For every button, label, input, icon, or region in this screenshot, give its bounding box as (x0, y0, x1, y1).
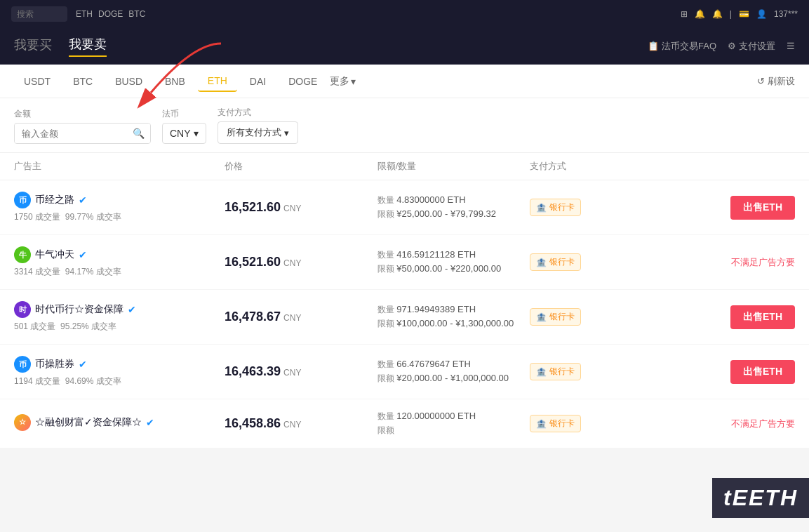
faq-icon: 📋 (648, 41, 659, 51)
menu-icon[interactable]: ☰ (787, 41, 795, 51)
tab-busd[interactable]: BUSD (105, 72, 152, 91)
header-limit: 限额/数量 (377, 160, 530, 173)
advertiser-cell: 牛 牛气冲天 ✔ 3314 成交量 94.17% 成交率 (14, 246, 225, 278)
bank-icon: 🏦 (536, 419, 547, 429)
not-meet-text: 不满足广告方要 (731, 256, 795, 269)
amount-input[interactable] (15, 124, 127, 143)
avatar: 币 (14, 192, 31, 208)
advertiser-name: 币 币经之路 ✔ (14, 192, 225, 208)
price-cell: 16,521.60CNY (225, 200, 377, 215)
advertiser-cell: ☆ ☆融创财富✓资金保障☆ ✔ (14, 414, 225, 434)
verified-icon: ✔ (79, 194, 87, 206)
advertiser-text: 币操胜券 (35, 358, 74, 371)
grid-icon[interactable]: ⊞ (681, 9, 688, 19)
trade-tabs: 我要买 我要卖 📋 法币交易FAQ ⚙ 支付设置 ☰ (0, 28, 809, 65)
top-nav-right: ⊞ 🔔 🔔 | 💳 👤 137*** (681, 9, 798, 19)
user-icon[interactable]: 👤 (756, 9, 767, 19)
payment-chevron-icon: ▾ (284, 128, 289, 138)
tab-eth[interactable]: ETH (198, 71, 237, 92)
nav-coin-doge[interactable]: DOGE (98, 9, 123, 19)
amount-input-wrap: 🔍 (14, 123, 151, 144)
sell-button[interactable]: 出售ETH (730, 196, 795, 220)
avatar: 时 (14, 301, 31, 318)
price-cell: 16,521.60CNY (225, 255, 377, 270)
currency-label: 法币 (162, 108, 206, 120)
advertiser-text: 时代币行☆资金保障 (35, 303, 123, 316)
sell-button[interactable]: 出售ETH (730, 360, 795, 384)
payment-badge: 🏦 银行卡 (530, 415, 581, 432)
header-action (683, 160, 795, 173)
action-cell: 不满足广告方要 (683, 418, 795, 430)
wallet-icon[interactable]: 💳 (739, 9, 749, 19)
price-cell: 16,478.67CNY (225, 310, 377, 324)
verified-icon: ✔ (79, 249, 87, 260)
limit-cell: 数量 66.47679647 ETH 限额 ¥20,000.00 - ¥1,00… (377, 359, 530, 385)
trade-tab-right: 📋 法币交易FAQ ⚙ 支付设置 ☰ (648, 40, 795, 53)
advertiser-cell: 币 币经之路 ✔ 1750 成交量 99.77% 成交率 (14, 192, 225, 223)
payment-badge: 🏦 银行卡 (530, 253, 581, 271)
action-cell: 出售ETH (683, 196, 795, 220)
refresh-icon: ↺ (757, 76, 765, 86)
currency-select-wrap[interactable]: CNY ▾ (162, 123, 206, 144)
limit-cell: 数量 971.94949389 ETH 限额 ¥100,000.00 - ¥1,… (377, 304, 530, 330)
payment-cell: 🏦 银行卡 (530, 199, 683, 216)
refresh-button[interactable]: ↺ 刷新设 (757, 75, 795, 88)
top-navigation: ETH DOGE BTC ⊞ 🔔 🔔 | 💳 👤 137*** (0, 0, 809, 28)
tab-buy[interactable]: 我要买 (14, 36, 52, 56)
filters-bar: 金额 🔍 法币 CNY ▾ 支付方式 所有支付方式 ▾ (0, 98, 809, 153)
table-row: ☆ ☆融创财富✓资金保障☆ ✔ 16,458.86CNY 数量 120.0000… (0, 399, 809, 448)
payment-badge: 🏦 银行卡 (530, 363, 581, 380)
payment-value: 所有支付方式 (227, 126, 281, 139)
tab-btc[interactable]: BTC (63, 72, 102, 91)
tab-bnb[interactable]: BNB (155, 72, 195, 91)
search-input[interactable] (11, 6, 67, 22)
currency-filter-group: 法币 CNY ▾ (162, 108, 206, 144)
currency-tabs: USDT BTC BUSD BNB ETH DAI DOGE 更多 ▾ ↺ 刷新… (0, 65, 809, 98)
user-id: 137*** (774, 9, 798, 19)
payment-label: 支付方式 (218, 107, 298, 119)
table-row: 时 时代币行☆资金保障 ✔ 501 成交量 95.25% 成交率 16,478.… (0, 290, 809, 345)
advertiser-text: 币经之路 (35, 194, 74, 206)
bank-icon: 🏦 (536, 367, 547, 377)
advertiser-text: 牛气冲天 (35, 248, 74, 261)
tab-dai[interactable]: DAI (240, 72, 276, 91)
faq-link[interactable]: 📋 法币交易FAQ (648, 40, 716, 53)
bell-icon[interactable]: 🔔 (695, 9, 705, 19)
amount-label: 金额 (14, 108, 151, 120)
nav-coin-btc[interactable]: BTC (128, 9, 145, 19)
nav-coin-eth[interactable]: ETH (76, 9, 93, 19)
tab-usdt[interactable]: USDT (14, 72, 60, 91)
limit-cell: 数量 120.00000000 ETH 限额 (377, 411, 530, 437)
currency-tab-list: USDT BTC BUSD BNB ETH DAI DOGE 更多 ▾ (14, 71, 356, 92)
separator: | (730, 9, 732, 19)
payment-select-wrap[interactable]: 所有支付方式 ▾ (218, 121, 298, 144)
payment-badge: 🏦 银行卡 (530, 199, 581, 216)
advertiser-stats: 501 成交量 95.25% 成交率 (14, 321, 225, 333)
sell-button[interactable]: 出售ETH (730, 305, 795, 329)
header-advertiser: 广告主 (14, 160, 225, 173)
table-row: 币 币经之路 ✔ 1750 成交量 99.77% 成交率 16,521.60CN… (0, 180, 809, 235)
table-row: 币 币操胜券 ✔ 1194 成交量 94.69% 成交率 16,463.39CN… (0, 345, 809, 399)
payment-filter-group: 支付方式 所有支付方式 ▾ (218, 107, 298, 144)
limit-cell: 数量 4.83000000 ETH 限额 ¥25,000.00 - ¥79,79… (377, 194, 530, 220)
payment-cell: 🏦 银行卡 (530, 253, 683, 271)
verified-icon: ✔ (79, 359, 87, 370)
notification-icon[interactable]: 🔔 (712, 9, 723, 19)
tab-sell[interactable]: 我要卖 (69, 36, 107, 57)
amount-filter-group: 金额 🔍 (14, 108, 151, 144)
more-currencies-button[interactable]: 更多 ▾ (330, 75, 356, 88)
tab-doge[interactable]: DOGE (279, 72, 327, 91)
action-cell: 不满足广告方要 (683, 256, 795, 269)
advertiser-stats: 1750 成交量 99.77% 成交率 (14, 211, 225, 223)
top-nav-left: ETH DOGE BTC (11, 6, 145, 22)
payment-settings-link[interactable]: ⚙ 支付设置 (728, 40, 775, 53)
advertiser-cell: 时 时代币行☆资金保障 ✔ 501 成交量 95.25% 成交率 (14, 301, 225, 333)
advertiser-text: ☆融创财富✓资金保障☆ (35, 416, 142, 429)
action-cell: 出售ETH (683, 305, 795, 329)
advertiser-name: 币 币操胜券 ✔ (14, 356, 225, 373)
limit-cell: 数量 416.59121128 ETH 限额 ¥50,000.00 - ¥220… (377, 249, 530, 275)
amount-search-icon[interactable]: 🔍 (127, 124, 150, 143)
payment-cell: 🏦 银行卡 (530, 363, 683, 380)
header-payment: 支付方式 (530, 160, 683, 173)
payment-badge: 🏦 银行卡 (530, 308, 581, 326)
